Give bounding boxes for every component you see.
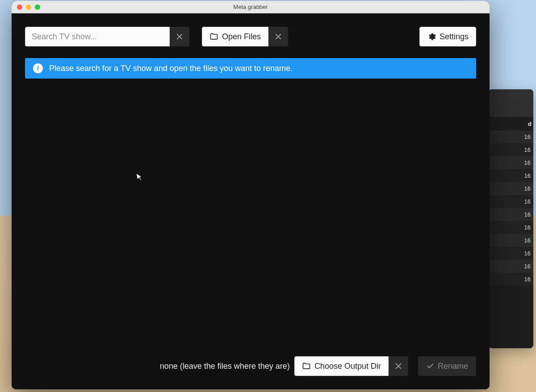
search-input[interactable] [25,27,170,46]
bg-table-row: 16 [489,208,533,221]
rename-label: Rename [438,362,468,371]
app-content: Open Files Settings i Please search for … [12,13,490,389]
check-icon [426,362,434,370]
bg-table-row: 16 [489,247,533,260]
settings-label: Settings [440,32,469,42]
rename-button[interactable]: Rename [418,356,476,376]
x-icon [176,33,184,41]
bg-table-row: 16 [489,156,533,169]
bg-table-row: 16 [489,221,533,234]
clear-files-button[interactable] [268,27,288,46]
info-icon: i [33,63,43,73]
bg-table-row: 16 [489,273,533,286]
bg-table-row: 16 [489,130,533,143]
x-icon [274,33,282,41]
bg-table-row: 16 [489,195,533,208]
bg-table-row: 16 [489,143,533,156]
bg-window-toolbar [489,99,533,117]
bottom-toolbar: none (leave the files where they are) Ch… [25,356,476,376]
choose-output-dir-label: Choose Output Dir [314,362,381,371]
folder-icon [209,32,218,41]
folder-icon [302,362,311,371]
bg-column-header: d [489,117,533,130]
x-icon [394,362,402,370]
info-message: Please search for a TV show and open the… [49,64,293,73]
top-toolbar: Open Files Settings [25,27,476,46]
bg-table-row: 16 [489,182,533,195]
titlebar: Meta grabber [12,1,490,13]
bg-table-row: 16 [489,260,533,273]
output-dir-label: none (leave the files where they are) [160,362,290,371]
settings-button[interactable]: Settings [419,27,476,46]
open-files-button[interactable]: Open Files [202,27,268,46]
open-files-label: Open Files [222,32,261,42]
window-title: Meta grabber [12,4,490,10]
bg-window-header [489,89,533,99]
main-app-window: Meta grabber Open Files Settings i [12,1,490,389]
gear-icon [427,32,436,41]
cursor-icon [136,172,145,184]
bg-table-row: 16 [489,169,533,182]
clear-search-button[interactable] [170,27,189,46]
background-window: d 161616161616161616161616 [489,89,533,348]
choose-output-dir-button[interactable]: Choose Output Dir [294,356,389,376]
bg-table-row: 16 [489,234,533,247]
info-banner: i Please search for a TV show and open t… [25,58,476,79]
clear-output-dir-button[interactable] [389,356,408,376]
